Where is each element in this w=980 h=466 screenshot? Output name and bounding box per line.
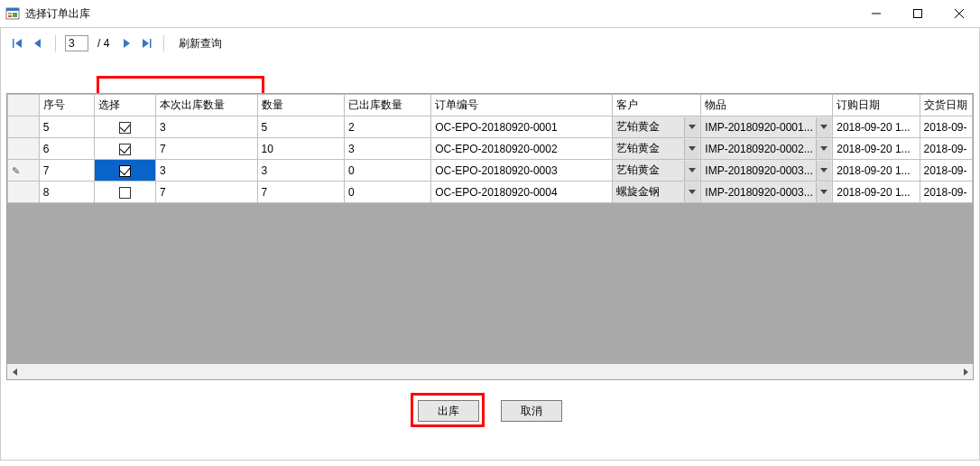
titlebar: 选择订单出库	[0, 0, 980, 28]
cell-select[interactable]	[95, 116, 156, 138]
col-this-out-qty[interactable]: 本次出库数量	[155, 95, 257, 116]
cell-outed-qty[interactable]: 3	[344, 138, 430, 160]
grid-scroll-area: 序号 选择 本次出库数量 数量 已出库数量 订单编号 客户 物品 订购日期 交货…	[7, 94, 973, 364]
row-marker[interactable]	[8, 138, 40, 160]
cell-order-date[interactable]: 2018-09-20 1...	[833, 182, 920, 203]
select-checkbox[interactable]	[119, 144, 131, 155]
col-deliver-date[interactable]: 交货日期	[920, 95, 973, 116]
table-row[interactable]: 8770OC-EPO-20180920-0004螺旋金钢IMP-20180920…	[8, 182, 973, 203]
cell-order-no[interactable]: OC-EPO-20180920-0001	[431, 116, 613, 138]
select-checkbox[interactable]	[119, 165, 131, 177]
col-qty[interactable]: 数量	[257, 95, 344, 116]
col-customer[interactable]: 客户	[612, 95, 700, 116]
content-area: 3 / 4 刷新查询 序号 选择 本次出库数量 数量 已出库数	[0, 27, 980, 461]
cell-select[interactable]	[95, 160, 156, 182]
cell-order-date[interactable]: 2018-09-20 1...	[833, 138, 920, 160]
customer-value: 艺铂黄金	[616, 120, 660, 133]
chevron-down-icon[interactable]	[816, 182, 831, 202]
cell-order-date[interactable]: 2018-09-20 1...	[833, 116, 920, 138]
cell-this-out-qty[interactable]: 3	[155, 116, 257, 138]
cell-deliver-date[interactable]: 2018-09-	[920, 138, 973, 160]
col-outed-qty[interactable]: 已出库数量	[344, 95, 430, 116]
chevron-down-icon[interactable]	[816, 139, 831, 159]
next-page-button[interactable]	[118, 36, 134, 51]
cell-qty[interactable]: 3	[257, 160, 344, 182]
svg-marker-16	[820, 125, 827, 129]
cell-seq[interactable]: 7	[39, 160, 94, 182]
row-marker[interactable]	[8, 182, 40, 203]
svg-marker-23	[13, 368, 17, 376]
chevron-down-icon[interactable]	[684, 117, 699, 137]
svg-rect-2	[8, 13, 12, 14]
cell-outed-qty[interactable]: 0	[344, 182, 430, 203]
close-button[interactable]	[938, 0, 980, 27]
cell-select[interactable]	[95, 138, 156, 160]
chevron-down-icon[interactable]	[684, 182, 699, 202]
cell-deliver-date[interactable]: 2018-09-	[920, 182, 973, 203]
cell-customer[interactable]: 螺旋金钢	[612, 182, 700, 203]
cell-qty[interactable]: 10	[257, 138, 344, 160]
table-row[interactable]: ✎7330OC-EPO-20180920-0003艺铂黄金IMP-2018092…	[8, 160, 973, 182]
col-order-no[interactable]: 订单编号	[431, 95, 613, 116]
horizontal-scrollbar[interactable]	[7, 364, 973, 379]
scroll-left-icon[interactable]	[7, 364, 23, 379]
col-select[interactable]: 选择	[95, 95, 156, 116]
refresh-query-button[interactable]: 刷新查询	[173, 34, 227, 53]
select-checkbox[interactable]	[119, 187, 131, 199]
chevron-down-icon[interactable]	[684, 139, 699, 159]
svg-marker-10	[15, 39, 22, 48]
col-order-date[interactable]: 订购日期	[833, 95, 920, 116]
chevron-down-icon[interactable]	[816, 117, 831, 137]
maximize-button[interactable]	[897, 0, 938, 27]
cell-customer[interactable]: 艺铂黄金	[612, 138, 700, 160]
first-page-button[interactable]	[10, 36, 26, 51]
cell-this-out-qty[interactable]: 7	[155, 182, 257, 203]
row-marker[interactable]: ✎	[8, 160, 40, 182]
cell-customer[interactable]: 艺铂黄金	[612, 160, 700, 182]
nav-separator	[163, 35, 164, 51]
cell-deliver-date[interactable]: 2018-09-	[920, 116, 973, 138]
customer-value: 艺铂黄金	[616, 142, 660, 154]
svg-marker-21	[689, 190, 696, 194]
col-item[interactable]: 物品	[701, 95, 833, 116]
cell-outed-qty[interactable]: 0	[344, 160, 430, 182]
minimize-button[interactable]	[855, 0, 897, 27]
table-row[interactable]: 67103OC-EPO-20180920-0002艺铂黄金IMP-2018092…	[8, 138, 973, 160]
outbound-button[interactable]: 出库	[418, 400, 479, 422]
cell-order-no[interactable]: OC-EPO-20180920-0004	[431, 182, 613, 203]
cell-qty[interactable]: 5	[257, 116, 344, 138]
cell-item[interactable]: IMP-20180920-0003...	[701, 160, 833, 182]
customer-value: 螺旋金钢	[616, 185, 660, 198]
cell-item[interactable]: IMP-20180920-0003...	[701, 182, 833, 203]
table-row[interactable]: 5352OC-EPO-20180920-0001艺铂黄金IMP-20180920…	[8, 116, 973, 138]
select-checkbox[interactable]	[119, 122, 131, 134]
cell-order-no[interactable]: OC-EPO-20180920-0003	[431, 160, 613, 182]
row-marker[interactable]	[8, 116, 40, 138]
cell-item[interactable]: IMP-20180920-0001...	[701, 116, 833, 138]
cell-order-date[interactable]: 2018-09-20 1...	[833, 160, 920, 182]
last-page-button[interactable]	[138, 36, 154, 51]
scroll-right-icon[interactable]	[957, 364, 973, 379]
cell-order-no[interactable]: OC-EPO-20180920-0002	[431, 138, 613, 160]
prev-page-button[interactable]	[30, 36, 46, 51]
cell-seq[interactable]: 8	[39, 182, 94, 203]
cancel-button[interactable]: 取消	[501, 400, 562, 422]
svg-marker-13	[143, 39, 149, 48]
svg-marker-15	[689, 125, 696, 129]
row-header-blank	[8, 95, 40, 116]
chevron-down-icon[interactable]	[684, 161, 699, 181]
chevron-down-icon[interactable]	[816, 161, 831, 181]
cell-outed-qty[interactable]: 2	[344, 116, 430, 138]
cell-seq[interactable]: 5	[39, 116, 94, 138]
cell-this-out-qty[interactable]: 3	[155, 160, 257, 182]
cell-seq[interactable]: 6	[39, 138, 94, 160]
cell-select[interactable]	[95, 182, 156, 203]
current-page-input[interactable]: 3	[65, 35, 88, 51]
svg-rect-14	[150, 39, 152, 48]
cell-qty[interactable]: 7	[257, 182, 344, 203]
cell-deliver-date[interactable]: 2018-09-	[920, 160, 973, 182]
cell-this-out-qty[interactable]: 7	[155, 138, 257, 160]
cell-customer[interactable]: 艺铂黄金	[612, 116, 700, 138]
cell-item[interactable]: IMP-20180920-0002...	[701, 138, 833, 160]
col-seq[interactable]: 序号	[39, 95, 94, 116]
